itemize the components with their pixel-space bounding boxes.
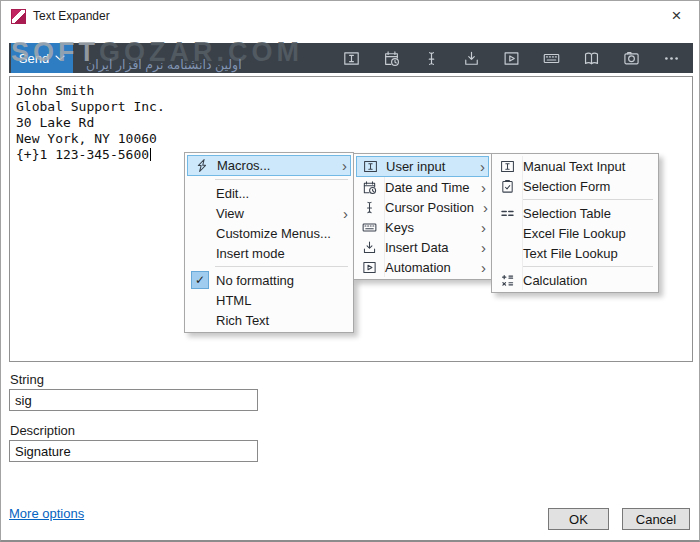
macro-lightning-icon xyxy=(194,158,209,173)
user-input-icon xyxy=(363,159,378,174)
menu-item-customize-menus[interactable]: Customize Menus... xyxy=(187,223,351,243)
keyboard-icon xyxy=(543,50,560,67)
open-book-icon xyxy=(583,50,600,67)
title-bar: Text Expander × xyxy=(1,1,699,31)
toolbar-keys-button[interactable] xyxy=(531,43,571,73)
editor-line: New York, NY 10060 xyxy=(16,131,692,147)
calculation-icon xyxy=(500,273,515,288)
editor-line: Global Support Inc. xyxy=(16,99,692,115)
close-button[interactable]: × xyxy=(654,1,699,31)
string-label: String xyxy=(10,372,44,387)
menu-item-insert-mode[interactable]: Insert mode xyxy=(187,243,351,263)
submenu-arrow-icon: › xyxy=(472,240,489,255)
menu-item-text-file-lookup[interactable]: Text File Lookup xyxy=(494,243,656,263)
calendar-clock-icon xyxy=(383,50,400,67)
submenu-arrow-icon: › xyxy=(472,260,489,275)
text-cursor-icon xyxy=(423,50,440,67)
description-label: Description xyxy=(10,423,75,438)
toolbar-cursor-position-button[interactable] xyxy=(411,43,451,73)
menu-item-date-and-time[interactable]: Date and Time › xyxy=(356,177,489,197)
calendar-clock-icon xyxy=(362,180,377,195)
close-icon: × xyxy=(672,6,682,26)
menu-item-automation[interactable]: Automation › xyxy=(356,257,489,277)
checked-indicator: ✓ xyxy=(191,271,209,289)
menu-separator xyxy=(522,266,653,267)
camera-icon xyxy=(623,50,640,67)
menu-item-calculation[interactable]: Calculation xyxy=(494,270,656,290)
toolbar-insert-data-button[interactable] xyxy=(451,43,491,73)
toolbar-date-time-button[interactable] xyxy=(371,43,411,73)
user-input-icon xyxy=(500,159,515,174)
ok-button[interactable]: OK xyxy=(548,508,609,530)
insert-data-icon xyxy=(463,50,480,67)
play-box-icon xyxy=(362,260,377,275)
macros-submenu: User input › Date and Time › Cursor Posi… xyxy=(353,153,492,280)
toolbar-user-input-button[interactable] xyxy=(331,43,371,73)
table-columns-icon xyxy=(500,206,515,221)
send-button[interactable]: Send xyxy=(11,43,73,73)
submenu-arrow-icon: › xyxy=(474,200,491,215)
send-button-label: Send xyxy=(19,51,49,66)
menu-item-manual-text-input[interactable]: Manual Text Input xyxy=(494,156,656,176)
menu-item-rich-text[interactable]: Rich Text xyxy=(187,310,351,330)
toolbar-capture-button[interactable] xyxy=(611,43,651,73)
chevron-down-icon xyxy=(55,55,65,61)
menu-item-insert-data[interactable]: Insert Data › xyxy=(356,237,489,257)
toolbar-icon-group xyxy=(331,43,691,73)
menu-item-macros[interactable]: Macros... › xyxy=(187,155,351,176)
menu-item-keys[interactable]: Keys › xyxy=(356,217,489,237)
menu-separator xyxy=(522,199,653,200)
cancel-button[interactable]: Cancel xyxy=(622,508,690,530)
description-input[interactable] xyxy=(9,440,258,462)
editor-line: 30 Lake Rd xyxy=(16,115,692,131)
submenu-arrow-icon: › xyxy=(472,180,489,195)
checkmark-icon: ✓ xyxy=(195,273,205,287)
submenu-arrow-icon: › xyxy=(334,206,351,221)
toolbar-library-button[interactable] xyxy=(571,43,611,73)
editor-line: John Smith xyxy=(16,83,692,99)
text-caret xyxy=(150,148,151,161)
menu-separator xyxy=(215,179,348,180)
menu-item-selection-table[interactable]: Selection Table xyxy=(494,203,656,223)
ellipsis-icon xyxy=(663,50,680,67)
insert-data-icon xyxy=(362,240,377,255)
user-input-submenu: Manual Text Input Selection Form Selecti… xyxy=(491,153,659,293)
menu-item-html[interactable]: HTML xyxy=(187,290,351,310)
menu-separator xyxy=(215,266,348,267)
menu-item-edit[interactable]: Edit... xyxy=(187,183,351,203)
menu-item-selection-form[interactable]: Selection Form xyxy=(494,176,656,196)
submenu-arrow-icon: › xyxy=(471,159,488,174)
context-menu: Macros... › Edit... View › Customize Men… xyxy=(184,152,354,333)
toolbar: Send xyxy=(9,43,693,73)
string-input[interactable] xyxy=(9,389,258,411)
user-input-icon xyxy=(343,50,360,67)
text-cursor-icon xyxy=(362,200,377,215)
submenu-arrow-icon: › xyxy=(472,220,489,235)
menu-item-view[interactable]: View › xyxy=(187,203,351,223)
window-title: Text Expander xyxy=(33,9,110,23)
clipboard-check-icon xyxy=(500,179,515,194)
menu-item-no-formatting[interactable]: ✓ No formatting xyxy=(187,270,351,290)
app-logo-icon xyxy=(11,9,26,24)
keyboard-icon xyxy=(362,220,377,235)
more-options-link[interactable]: More options xyxy=(9,506,84,521)
submenu-arrow-icon: › xyxy=(333,158,350,173)
toolbar-automation-button[interactable] xyxy=(491,43,531,73)
toolbar-more-button[interactable] xyxy=(651,43,691,73)
menu-item-excel-file-lookup[interactable]: Excel File Lookup xyxy=(494,223,656,243)
menu-item-user-input[interactable]: User input › xyxy=(356,156,489,177)
play-box-icon xyxy=(503,50,520,67)
text-expander-window: Text Expander × Send SOFTGOZAR.COM اولین… xyxy=(0,0,700,542)
menu-item-cursor-position[interactable]: Cursor Position › xyxy=(356,197,489,217)
